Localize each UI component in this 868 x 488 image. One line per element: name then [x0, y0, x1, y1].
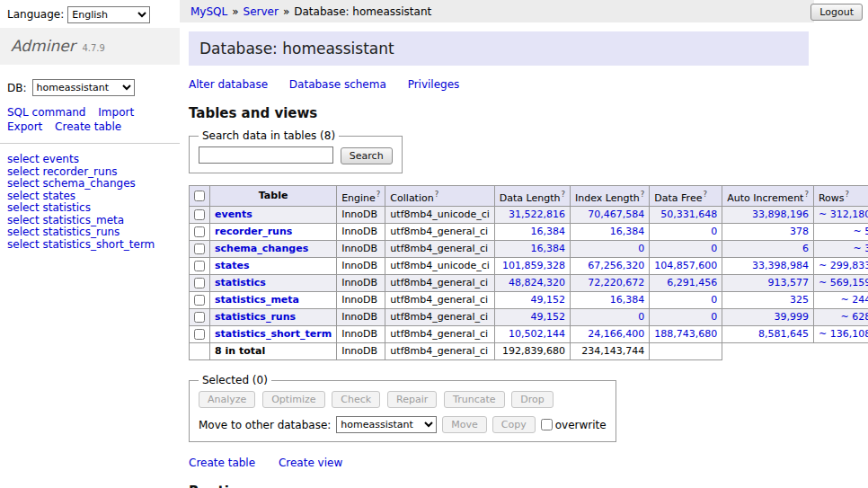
sidebar-item-select-events[interactable]: select events — [7, 153, 79, 165]
sidebar-link-sql-command[interactable]: SQL command — [7, 106, 85, 119]
auto-increment-link[interactable]: 39,999 — [774, 311, 809, 323]
logout-button[interactable]: Logout — [810, 4, 863, 21]
row-checkbox[interactable] — [194, 261, 205, 271]
data-length-link[interactable]: 10,502,144 — [509, 328, 565, 340]
data-length-link[interactable]: 16,384 — [531, 243, 566, 254]
index-length-link[interactable]: 0 — [638, 311, 644, 323]
sidebar-link-import[interactable]: Import — [98, 106, 134, 119]
help-icon[interactable]: ? — [562, 190, 566, 199]
sidebar-item-select-statistics-meta[interactable]: select statistics_meta — [7, 214, 124, 226]
auto-increment-link[interactable]: 378 — [790, 226, 809, 237]
table-link[interactable]: statistics_short_term — [215, 328, 332, 340]
row-checkbox[interactable] — [194, 278, 205, 288]
auto-increment-link[interactable]: 6 — [802, 243, 809, 254]
sidebar-item-select-schema-changes[interactable]: select schema_changes — [7, 177, 136, 190]
data-free-link[interactable]: 188,743,680 — [654, 328, 717, 340]
help-icon[interactable]: ? — [376, 190, 381, 199]
index-length-link[interactable]: 0 — [638, 243, 644, 254]
sidebar-item-select-statistics-short-term[interactable]: select statistics_short_term — [7, 238, 155, 251]
select-all-checkbox[interactable] — [194, 191, 205, 201]
row-checkbox[interactable] — [194, 329, 205, 340]
data-length-link[interactable]: 49,152 — [531, 311, 566, 323]
sidebar-link-export[interactable]: Export — [7, 120, 42, 133]
breadcrumb-link-server[interactable]: Server — [244, 5, 279, 18]
rows-link[interactable]: ~ 3 — [853, 243, 868, 254]
auto-increment-link[interactable]: 325 — [790, 294, 809, 306]
row-checkbox[interactable] — [194, 226, 205, 237]
help-icon[interactable]: ? — [846, 190, 850, 199]
rows-link[interactable]: ~ 569,159 — [819, 277, 868, 288]
breadcrumb-link-mysql[interactable]: MySQL — [190, 5, 227, 18]
data-free-link[interactable]: 6,291,456 — [667, 277, 717, 288]
data-length-link[interactable]: 101,859,328 — [502, 260, 565, 271]
help-icon[interactable]: ? — [435, 190, 439, 199]
sidebar-item-select-statistics-runs[interactable]: select statistics_runs — [7, 226, 120, 238]
sidebar-link-create-table[interactable]: Create table — [55, 120, 121, 133]
index-length-link[interactable]: 16,384 — [610, 294, 645, 306]
row-checkbox[interactable] — [194, 209, 205, 220]
move-db-select[interactable]: homeassistant — [336, 416, 437, 433]
data-free-link[interactable]: 0 — [711, 311, 717, 323]
data-length-link[interactable]: 49,152 — [531, 294, 566, 306]
repair-button[interactable]: Repair — [387, 391, 437, 408]
index-length-link[interactable]: 67,256,320 — [588, 260, 644, 271]
auto-increment-link[interactable]: 33,398,984 — [752, 260, 809, 271]
search-fieldset: Search data in tables (8) Search — [189, 129, 403, 173]
create-table-link[interactable]: Create table — [189, 457, 255, 469]
database-schema-link[interactable]: Database schema — [289, 78, 386, 91]
data-free-link[interactable]: 0 — [711, 294, 717, 306]
index-length-link[interactable]: 24,166,400 — [588, 328, 644, 340]
table-link[interactable]: statistics_meta — [215, 294, 299, 306]
rows-link[interactable]: ~ 628 — [840, 311, 868, 323]
auto-increment-link[interactable]: 33,898,196 — [752, 209, 809, 220]
data-free-link[interactable]: 104,857,600 — [654, 260, 717, 271]
data-free-link[interactable]: 0 — [711, 243, 717, 254]
search-input[interactable] — [199, 146, 333, 164]
row-checkbox[interactable] — [194, 244, 205, 254]
table-link[interactable]: states — [215, 260, 250, 271]
optimize-button[interactable]: Optimize — [262, 391, 324, 408]
auto-increment-link[interactable]: 8,581,645 — [758, 328, 809, 340]
rows-link[interactable]: ~ 244 — [840, 294, 868, 306]
data-free-link[interactable]: 50,331,648 — [660, 209, 717, 220]
data-length-link[interactable]: 48,824,320 — [509, 277, 565, 288]
table-link[interactable]: statistics — [215, 277, 266, 288]
table-link[interactable]: events — [215, 209, 252, 220]
alter-database-link[interactable]: Alter database — [189, 78, 268, 91]
table-link[interactable]: statistics_runs — [215, 311, 296, 323]
language-select[interactable]: English — [67, 6, 150, 23]
index-length-link[interactable]: 16,384 — [610, 226, 645, 237]
rows-link[interactable]: ~ 312,180 — [819, 209, 868, 220]
create-view-link[interactable]: Create view — [279, 457, 342, 469]
table-link[interactable]: recorder_runs — [215, 226, 292, 237]
index-length-link[interactable]: 72,220,672 — [588, 277, 644, 288]
data-length-link[interactable]: 16,384 — [531, 226, 566, 237]
check-button[interactable]: Check — [332, 391, 380, 408]
privileges-link[interactable]: Privileges — [408, 78, 460, 91]
sidebar-item-select-statistics[interactable]: select statistics — [7, 201, 91, 214]
row-checkbox[interactable] — [194, 312, 205, 323]
row-checkbox[interactable] — [194, 295, 205, 306]
rows-link[interactable]: ~ 299,833 — [819, 260, 868, 271]
help-icon[interactable]: ? — [641, 190, 645, 199]
rows-link[interactable]: ~ 136,108 — [819, 328, 868, 340]
help-icon[interactable]: ? — [703, 190, 707, 199]
sidebar-item-select-recorder-runs[interactable]: select recorder_runs — [7, 165, 118, 178]
drop-button[interactable]: Drop — [511, 391, 553, 408]
help-icon[interactable]: ? — [804, 190, 809, 199]
rows-link[interactable]: ~ 5 — [853, 226, 868, 237]
data-length-link[interactable]: 31,522,816 — [509, 209, 565, 220]
overwrite-checkbox[interactable] — [541, 419, 553, 430]
sidebar-item-select-states[interactable]: select states — [7, 190, 75, 202]
data-free-link[interactable]: 0 — [711, 226, 717, 237]
search-button[interactable]: Search — [341, 147, 393, 164]
move-button[interactable]: Move — [442, 416, 487, 433]
index-length-link[interactable]: 70,467,584 — [588, 209, 644, 220]
truncate-button[interactable]: Truncate — [444, 391, 504, 408]
copy-button[interactable]: Copy — [492, 416, 536, 433]
table-link[interactable]: schema_changes — [215, 243, 308, 254]
db-select[interactable]: homeassistant — [32, 79, 135, 96]
analyze-button[interactable]: Analyze — [199, 391, 255, 408]
auto-increment-link[interactable]: 913,577 — [767, 277, 809, 288]
app-version-link[interactable]: 4.7.9 — [82, 43, 104, 53]
